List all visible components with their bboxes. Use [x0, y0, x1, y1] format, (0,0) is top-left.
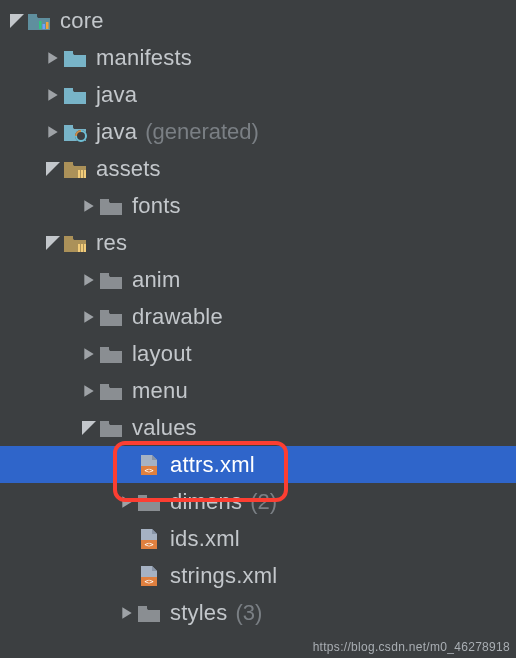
- tree-label: core: [60, 10, 104, 32]
- disclosure-triangle-expanded-icon[interactable]: [44, 236, 62, 250]
- tree-node-res[interactable]: res: [0, 224, 516, 261]
- svg-rect-6: [84, 170, 86, 178]
- tree-label: strings.xml: [170, 565, 277, 587]
- svg-text:<>: <>: [144, 466, 154, 475]
- svg-text:<>: <>: [144, 577, 154, 586]
- svg-rect-5: [81, 170, 83, 178]
- project-tree: core manifests java: [0, 0, 516, 631]
- disclosure-triangle-collapsed-icon[interactable]: [44, 88, 62, 102]
- svg-rect-2: [46, 22, 49, 29]
- tree-node-strings-xml[interactable]: <> strings.xml: [0, 557, 516, 594]
- folder-icon: [98, 195, 124, 217]
- tree-node-fonts[interactable]: fonts: [0, 187, 516, 224]
- tree-node-manifests[interactable]: manifests: [0, 39, 516, 76]
- tree-label: menu: [132, 380, 188, 402]
- folder-icon: [98, 380, 124, 402]
- tree-label-count: (2): [250, 491, 277, 513]
- tree-node-styles[interactable]: styles (3): [0, 594, 516, 631]
- svg-rect-7: [78, 244, 80, 252]
- tree-label-count: (3): [235, 602, 262, 624]
- folder-icon: [98, 343, 124, 365]
- svg-rect-9: [84, 244, 86, 252]
- svg-rect-0: [39, 21, 42, 29]
- svg-rect-1: [43, 24, 46, 29]
- tree-node-anim[interactable]: anim: [0, 261, 516, 298]
- tree-label: assets: [96, 158, 161, 180]
- svg-rect-4: [78, 170, 80, 178]
- tree-label: values: [132, 417, 197, 439]
- folder-icon: [98, 417, 124, 439]
- tree-label: res: [96, 232, 127, 254]
- tree-node-ids-xml[interactable]: <> ids.xml: [0, 520, 516, 557]
- disclosure-triangle-collapsed-icon[interactable]: [44, 125, 62, 139]
- generated-folder-icon: [62, 121, 88, 143]
- tree-node-attrs-xml[interactable]: <> attrs.xml: [0, 446, 516, 483]
- tree-label: java: [96, 84, 137, 106]
- tree-label: ids.xml: [170, 528, 240, 550]
- disclosure-triangle-expanded-icon[interactable]: [80, 421, 98, 435]
- tree-node-java-generated[interactable]: java (generated): [0, 113, 516, 150]
- resource-folder-icon: [62, 232, 88, 254]
- tree-label: manifests: [96, 47, 192, 69]
- tree-label: attrs.xml: [170, 454, 255, 476]
- disclosure-triangle-collapsed-icon[interactable]: [80, 273, 98, 287]
- tree-label: layout: [132, 343, 192, 365]
- disclosure-triangle-collapsed-icon[interactable]: [44, 51, 62, 65]
- disclosure-triangle-expanded-icon[interactable]: [44, 162, 62, 176]
- svg-text:<>: <>: [144, 540, 154, 549]
- tree-label: anim: [132, 269, 181, 291]
- disclosure-triangle-collapsed-icon[interactable]: [80, 347, 98, 361]
- tree-node-values[interactable]: values: [0, 409, 516, 446]
- tree-node-core[interactable]: core: [0, 2, 516, 39]
- tree-label: styles: [170, 602, 227, 624]
- tree-label: drawable: [132, 306, 223, 328]
- tree-node-assets[interactable]: assets: [0, 150, 516, 187]
- folder-icon: [136, 602, 162, 624]
- disclosure-triangle-collapsed-icon[interactable]: [80, 384, 98, 398]
- tree-node-drawable[interactable]: drawable: [0, 298, 516, 335]
- xml-file-icon: <>: [136, 565, 162, 587]
- folder-icon: [98, 306, 124, 328]
- tree-node-menu[interactable]: menu: [0, 372, 516, 409]
- resource-folder-icon: [62, 158, 88, 180]
- folder-icon: [98, 269, 124, 291]
- disclosure-triangle-collapsed-icon[interactable]: [80, 310, 98, 324]
- tree-node-layout[interactable]: layout: [0, 335, 516, 372]
- tree-node-java[interactable]: java: [0, 76, 516, 113]
- watermark-text: https://blog.csdn.net/m0_46278918: [313, 640, 510, 654]
- disclosure-triangle-collapsed-icon[interactable]: [80, 199, 98, 213]
- tree-label: dimens: [170, 491, 242, 513]
- tree-label: java: [96, 121, 137, 143]
- disclosure-triangle-collapsed-icon[interactable]: [118, 606, 136, 620]
- disclosure-triangle-expanded-icon[interactable]: [8, 14, 26, 28]
- folder-icon: [62, 84, 88, 106]
- svg-rect-8: [81, 244, 83, 252]
- tree-node-dimens[interactable]: dimens (2): [0, 483, 516, 520]
- folder-icon: [136, 491, 162, 513]
- module-folder-icon: [26, 10, 52, 32]
- disclosure-triangle-collapsed-icon[interactable]: [118, 495, 136, 509]
- tree-label: fonts: [132, 195, 181, 217]
- xml-file-icon: <>: [136, 454, 162, 476]
- folder-icon: [62, 47, 88, 69]
- xml-file-icon: <>: [136, 528, 162, 550]
- tree-label-suffix: (generated): [145, 121, 259, 143]
